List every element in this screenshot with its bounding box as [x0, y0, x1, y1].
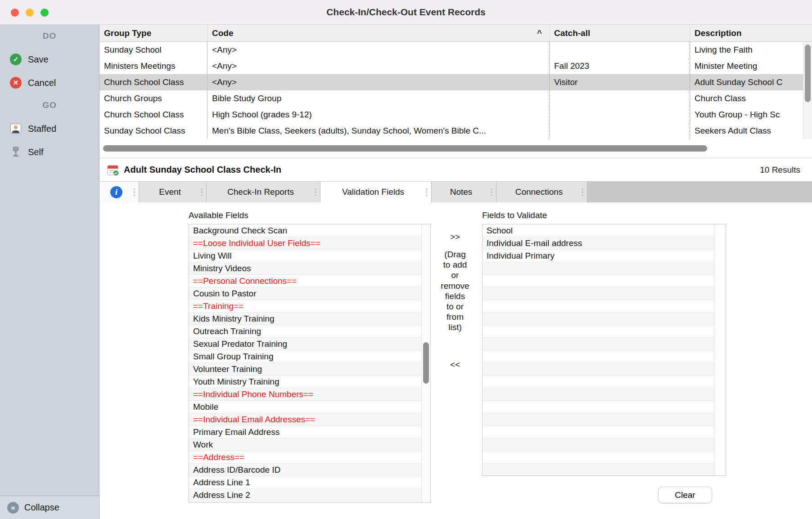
column-header-group-type[interactable]: Group Type — [99, 25, 208, 41]
tab-connections-label: Connections — [496, 187, 578, 197]
table-vertical-scrollbar[interactable] — [803, 42, 812, 139]
list-item[interactable]: Address ID/Barcode ID — [189, 464, 430, 476]
cell-description: Adult Sunday School C — [690, 74, 812, 90]
sidebar: DO Save Cancel GO Staffed — [0, 25, 99, 519]
list-item-category[interactable]: ==Training== — [189, 300, 430, 313]
cell-description: Youth Group - High Sc — [690, 107, 812, 123]
table-row-selected[interactable]: Church School Class <Any> Visitor Adult … — [99, 74, 812, 90]
list-item[interactable]: Volunteer Training — [189, 363, 430, 376]
cell-catch-all — [550, 42, 690, 58]
list-item[interactable]: Individual E-mail address — [483, 237, 726, 250]
close-button[interactable] — [11, 9, 19, 17]
column-header-catch-all[interactable]: Catch-all — [550, 25, 690, 41]
tab-validation-fields-active[interactable]: Validation Fields — [320, 182, 432, 202]
table-header: Group Type Code ^ Catch-all Description — [99, 25, 812, 42]
table-row[interactable]: Church Groups Bible Study Group Church C… — [99, 90, 812, 107]
list-item-category[interactable]: ==Address== — [189, 451, 430, 464]
zoom-button[interactable] — [41, 9, 49, 17]
tab-notes[interactable]: Notes — [432, 182, 496, 202]
list-item-category[interactable]: ==Individual Phone Numbers== — [189, 388, 430, 401]
tab-event-label: Event — [139, 187, 197, 197]
column-header-description-label: Description — [695, 28, 742, 38]
tab-connections[interactable]: Connections — [496, 182, 587, 202]
clear-button[interactable]: Clear — [658, 487, 712, 503]
table-vertical-scrollbar-thumb[interactable] — [805, 45, 811, 102]
sort-ascending-icon: ^ — [537, 28, 542, 38]
validate-list-scrollbar[interactable] — [714, 224, 726, 475]
remove-fields-button[interactable]: << — [432, 360, 478, 370]
cell-description: Seekers Adult Class — [690, 123, 812, 139]
list-item[interactable]: Outreach Training — [189, 325, 430, 338]
list-item-category[interactable]: ==Loose Individual User Fields== — [189, 237, 430, 250]
list-item[interactable]: School — [483, 224, 726, 237]
table-row[interactable]: Church School Class High School (grades … — [99, 107, 812, 123]
column-header-description[interactable]: Description — [690, 25, 812, 41]
cell-code: <Any> — [208, 74, 550, 90]
column-header-code[interactable]: Code ^ — [208, 25, 550, 41]
collapse-chevrons-icon — [7, 502, 19, 514]
list-item[interactable]: Kids Ministry Training — [189, 313, 430, 325]
list-item[interactable]: Primary Email Address — [189, 426, 430, 438]
table-horizontal-scrollbar[interactable] — [99, 139, 812, 158]
list-item[interactable]: Youth Ministry Training — [189, 376, 430, 388]
cell-description: Minister Meeting — [690, 58, 812, 74]
self-button[interactable]: Self — [10, 144, 96, 160]
available-fields-list: Background Check Scan ==Loose Individual… — [189, 224, 431, 503]
sidebar-header-do: DO — [0, 31, 99, 41]
table-row[interactable]: Ministers Meetings <Any> Fall 2023 Minis… — [99, 58, 812, 74]
staffed-person-icon — [10, 123, 22, 134]
tab-validation-fields-label: Validation Fields — [320, 187, 422, 197]
available-list-scrollbar[interactable] — [421, 224, 430, 502]
list-item[interactable]: Address Line 1 — [189, 476, 430, 489]
tab-menu-icon[interactable] — [487, 187, 496, 197]
tab-check-in-reports-label: Check-In Reports — [207, 187, 311, 197]
list-item[interactable]: Background Check Scan — [189, 224, 430, 237]
detail-title: Adult Sunday School Class Check-In — [124, 165, 281, 175]
cell-description: Church Class — [690, 90, 812, 107]
info-icon[interactable] — [110, 186, 122, 198]
list-item-category[interactable]: ==Individual Email Addresses== — [189, 413, 430, 426]
table-row[interactable]: Sunday School <Any> Living the Faith — [99, 42, 812, 58]
table-row[interactable]: Sunday School Class Men's Bible Class, S… — [99, 123, 812, 139]
tab-menu-icon[interactable] — [311, 187, 320, 197]
traffic-lights — [11, 9, 49, 17]
tab-check-in-reports[interactable]: Check-In Reports — [207, 182, 320, 202]
cell-code: <Any> — [208, 58, 550, 74]
add-fields-button[interactable]: >> — [432, 232, 478, 242]
calendar-check-icon — [107, 164, 119, 176]
list-item-category[interactable]: ==Personal Connections== — [189, 275, 430, 287]
list-item[interactable]: Work — [189, 438, 430, 451]
list-item[interactable]: Ministry Videos — [189, 262, 430, 275]
save-button[interactable]: Save — [10, 51, 96, 67]
cell-catch-all: Fall 2023 — [550, 58, 690, 74]
minimize-button[interactable] — [26, 9, 34, 17]
tab-notes-label: Notes — [432, 187, 487, 197]
collapse-button[interactable]: Collapse — [0, 496, 99, 519]
cell-code: High School (grades 9-12) — [208, 107, 550, 123]
tab-menu-icon[interactable] — [422, 187, 431, 197]
cell-catch-all: Visitor — [550, 74, 690, 90]
available-list-scrollbar-thumb[interactable] — [423, 342, 429, 384]
list-item[interactable]: Mobile — [189, 401, 430, 413]
available-fields-label: Available Fields — [189, 210, 248, 220]
tab-event[interactable]: Event — [139, 182, 207, 202]
list-item[interactable]: Sexual Predator Training — [189, 338, 430, 350]
detail-header: Adult Sunday School Class Check-In 10 Re… — [99, 158, 812, 182]
tab-info[interactable] — [99, 182, 139, 202]
cancel-x-icon — [10, 77, 22, 89]
fields-to-validate-list: School Individual E-mail address Individ… — [482, 224, 726, 476]
table-horizontal-scrollbar-thumb[interactable] — [103, 145, 707, 152]
list-item[interactable]: Living Will — [189, 250, 430, 262]
main-area: Group Type Code ^ Catch-all Description … — [99, 25, 812, 519]
tab-menu-icon[interactable] — [578, 187, 587, 197]
list-item[interactable]: Cousin to Pastor — [189, 287, 430, 300]
list-item[interactable]: Address Line 2 — [189, 489, 430, 501]
list-item[interactable]: Individual Primary — [483, 250, 726, 262]
drag-hint-text: (Drag to add or remove fields to or from… — [432, 249, 478, 332]
column-header-code-label: Code — [212, 28, 234, 38]
cancel-button[interactable]: Cancel — [10, 75, 96, 91]
staffed-button[interactable]: Staffed — [10, 121, 96, 137]
list-item[interactable]: Small Group Training — [189, 350, 430, 363]
tab-menu-icon[interactable] — [130, 187, 139, 197]
tab-menu-icon[interactable] — [197, 187, 206, 197]
